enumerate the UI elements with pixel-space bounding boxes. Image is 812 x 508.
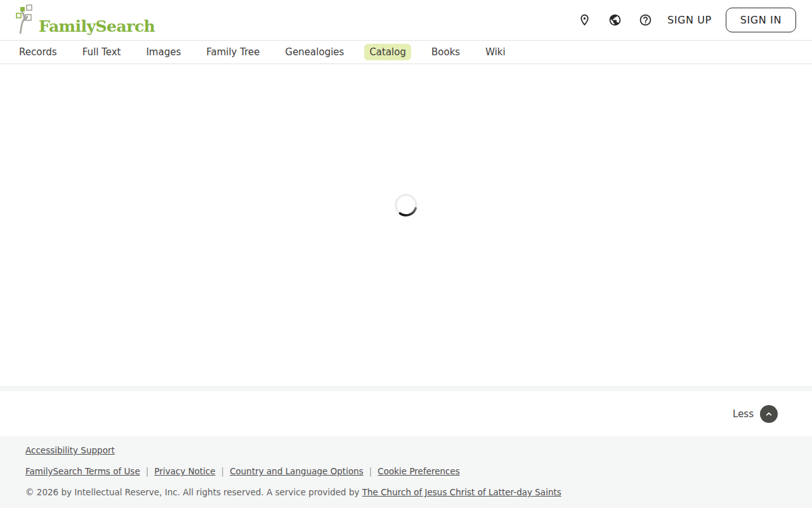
nav-item-family-tree[interactable]: Family Tree <box>201 44 265 60</box>
help-icon[interactable] <box>633 8 658 33</box>
copyright-text: © 2026 by Intellectual Reserve, Inc. All… <box>25 487 362 497</box>
copyright-line: © 2026 by Intellectual Reserve, Inc. All… <box>25 487 787 497</box>
loading-spinner <box>392 191 420 222</box>
globe-icon[interactable] <box>603 8 628 33</box>
terms-of-use-link[interactable]: FamilySearch Terms of Use <box>25 466 140 476</box>
separator: | <box>221 466 225 476</box>
footer-collapse-toggle[interactable]: Less <box>733 405 778 423</box>
location-icon[interactable] <box>572 8 598 33</box>
chevron-up-icon <box>760 405 778 423</box>
main-content <box>0 64 812 386</box>
nav-item-records[interactable]: Records <box>14 44 62 60</box>
separator: | <box>369 466 372 476</box>
nav-item-full-text[interactable]: Full Text <box>77 44 126 60</box>
church-link[interactable]: The Church of Jesus Christ of Latter-day… <box>362 487 561 497</box>
footer-less-row: Less <box>0 391 812 436</box>
main-nav: Records Full Text Images Family Tree Gen… <box>0 40 812 64</box>
less-label: Less <box>733 408 754 420</box>
header-actions: SIGN UP SIGN IN <box>572 8 796 33</box>
nav-item-images[interactable]: Images <box>141 44 186 60</box>
nav-item-wiki[interactable]: Wiki <box>480 44 511 60</box>
accessibility-support-link[interactable]: Accessibility Support <box>25 445 115 455</box>
country-language-options-link[interactable]: Country and Language Options <box>230 466 363 476</box>
nav-item-genealogies[interactable]: Genealogies <box>280 44 350 60</box>
brand-wordmark: FamilySearch <box>39 18 155 36</box>
familysearch-logo[interactable]: FamilySearch <box>16 4 155 36</box>
sign-in-button[interactable]: SIGN IN <box>726 8 796 32</box>
nav-item-catalog[interactable]: Catalog <box>364 44 411 60</box>
cookie-preferences-link[interactable]: Cookie Preferences <box>377 466 460 476</box>
footer: Accessibility Support FamilySearch Terms… <box>0 436 812 508</box>
sign-up-link[interactable]: SIGN UP <box>664 14 721 26</box>
header: FamilySearch SIGN UP SIGN IN <box>0 0 812 40</box>
footer-divider <box>0 386 812 391</box>
nav-item-books[interactable]: Books <box>426 44 465 60</box>
separator: | <box>146 466 149 476</box>
privacy-notice-link[interactable]: Privacy Notice <box>154 466 215 476</box>
tree-icon <box>16 4 36 36</box>
